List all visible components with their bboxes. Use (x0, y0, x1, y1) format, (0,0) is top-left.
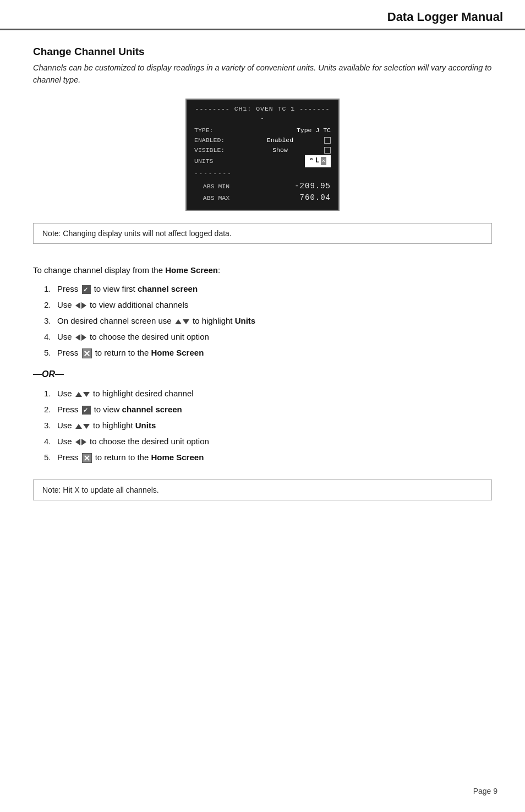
cs-units-box: ° L ✕ (305, 155, 331, 167)
arrow-down-2 (83, 392, 90, 397)
cs-unit-l: L (315, 156, 319, 166)
cs-abs-values: ABS MIN -209.95 ABS MAX 760.04 (194, 181, 331, 204)
header-title: Data Logger Manual (387, 10, 503, 24)
arrow-down-3 (83, 424, 90, 429)
step-2-4-num: 4. (44, 435, 57, 448)
header: Data Logger Manual (0, 0, 525, 30)
note-2-text: Note: Hit X to update all channels. (42, 486, 159, 494)
step-2-1: 1. Use to highlight desired channel (44, 387, 492, 400)
arrow-right-2 (81, 334, 86, 341)
step-1-3-num: 3. (44, 314, 57, 328)
cs-checkbox (324, 137, 331, 144)
cs-visible-checkbox (324, 147, 331, 154)
cs-unit-x: ✕ (321, 157, 326, 166)
main-content: Change Channel Units Channels can be cus… (0, 30, 525, 533)
x-icon-1 (82, 348, 92, 358)
arrow-up-3 (75, 424, 82, 429)
instructions-header: To change channel display from the Home … (33, 264, 492, 277)
cs-label-abs-max: ABS MAX (194, 193, 238, 203)
section-title: Change Channel Units (33, 46, 492, 58)
instr-header-before: To change channel display from the (33, 265, 165, 275)
page-icon-2 (82, 406, 91, 415)
step-1-1: 1. Press to view first channel screen (44, 282, 492, 296)
step-2-4-text: Use to choose the desired unit option (57, 435, 209, 448)
steps-group-1: 1. Press to view first channel screen 2.… (44, 282, 492, 359)
step-1-3-bold: Units (235, 316, 256, 325)
step-1-4-text: Use to choose the desired unit option (57, 330, 209, 344)
cs-row-units: UNITS ° L ✕ (194, 155, 331, 167)
step-2-3-bold: Units (135, 421, 156, 430)
cs-value-type: Type J TC (297, 126, 331, 135)
step-1-3-text: On desired channel screen use to highlig… (57, 314, 255, 328)
cs-value-visible: Show (272, 145, 288, 155)
instr-header-bold: Home Screen (165, 265, 218, 275)
note-box-1: Note: Changing display units will not af… (33, 223, 492, 244)
cs-row-abs-max: ABS MAX 760.04 (194, 192, 331, 204)
page-icon-1 (82, 285, 91, 294)
step-2-5: 5. Press to return to the Home Screen (44, 451, 492, 464)
cs-label-abs-min: ABS MIN (194, 182, 238, 192)
step-1-1-bold: channel screen (138, 284, 198, 293)
up-down-arrows-3 (75, 424, 90, 429)
step-1-3: 3. On desired channel screen use to high… (44, 314, 492, 328)
arrow-right-3 (81, 439, 86, 445)
cs-value-enabled: Enabled (267, 135, 293, 145)
cs-row-type: TYPE: Type J TC (194, 126, 331, 135)
left-right-arrows-1 (75, 302, 86, 309)
step-2-2-num: 2. (44, 403, 57, 416)
cs-label-type: TYPE: (194, 126, 238, 135)
cs-label-enabled: ENABLED: (194, 135, 238, 145)
arrow-up-1 (175, 319, 182, 324)
arrow-right-1 (81, 302, 86, 309)
or-separator: —OR— (33, 369, 492, 379)
cs-divider: -------- (194, 169, 331, 178)
channel-screen: -------- CH1: OVEN TC 1 -------- TYPE: T… (185, 99, 340, 211)
step-2-3-num: 3. (44, 419, 57, 432)
step-1-2-text: Use to view additional channels (57, 298, 188, 312)
step-1-2: 2. Use to view additional channels (44, 298, 492, 312)
arrow-left-2 (75, 334, 80, 341)
step-1-1-num: 1. (44, 282, 57, 296)
step-1-5-text: Press to return to the Home Screen (57, 346, 204, 359)
up-down-arrows-1 (175, 319, 189, 324)
cs-header: -------- CH1: OVEN TC 1 -------- (194, 104, 331, 124)
cs-value-abs-min: -209.95 (294, 181, 331, 193)
step-1-4: 4. Use to choose the desired unit option (44, 330, 492, 344)
left-right-arrows-2 (75, 334, 86, 341)
step-2-3: 3. Use to highlight Units (44, 419, 492, 432)
step-2-3-text: Use to highlight Units (57, 419, 156, 432)
arrow-up-2 (75, 392, 82, 397)
steps-group-2: 1. Use to highlight desired channel 2. P… (44, 387, 492, 464)
step-2-2-bold: channel screen (122, 405, 182, 414)
step-1-4-num: 4. (44, 330, 57, 344)
cs-label-visible: VISIBLE: (194, 145, 238, 155)
step-1-5: 5. Press to return to the Home Screen (44, 346, 492, 359)
page-number: Page 9 (473, 787, 497, 795)
cs-value-abs-max: 760.04 (300, 192, 331, 204)
step-2-5-bold: Home Screen (151, 453, 204, 462)
up-down-arrows-2 (75, 392, 90, 397)
cs-row-visible: VISIBLE: Show (194, 145, 331, 155)
step-2-2: 2. Press to view channel screen (44, 403, 492, 416)
arrow-left-1 (75, 302, 80, 309)
channel-screen-container: -------- CH1: OVEN TC 1 -------- TYPE: T… (33, 99, 492, 211)
left-right-arrows-3 (75, 439, 86, 445)
step-2-5-num: 5. (44, 451, 57, 464)
note-1-text: Note: Changing display units will not af… (42, 229, 232, 238)
step-1-5-num: 5. (44, 346, 57, 359)
step-2-1-num: 1. (44, 387, 57, 400)
section-subtitle: Channels can be customized to display re… (33, 62, 492, 86)
cs-row-enabled: ENABLED: Enabled (194, 135, 331, 145)
cs-label-units: UNITS (194, 156, 238, 166)
step-1-1-text: Press to view first channel screen (57, 282, 198, 296)
cs-row-abs-min: ABS MIN -209.95 (194, 181, 331, 193)
note-box-2: Note: Hit X to update all channels. (33, 479, 492, 500)
arrow-left-3 (75, 439, 80, 445)
arrow-down-1 (183, 319, 189, 324)
step-2-5-text: Press to return to the Home Screen (57, 451, 204, 464)
cs-unit-degree: ° (309, 156, 314, 167)
step-1-5-bold: Home Screen (151, 348, 204, 357)
step-2-4: 4. Use to choose the desired unit option (44, 435, 492, 448)
instr-header-after: : (218, 265, 220, 275)
x-icon-2 (82, 453, 92, 463)
